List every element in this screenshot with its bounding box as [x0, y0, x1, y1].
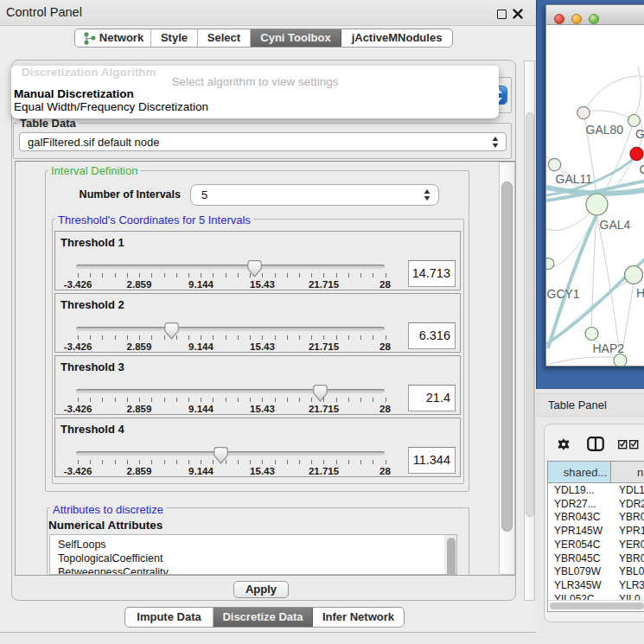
svg-text:GAL80: GAL80: [586, 123, 624, 137]
svg-text:C: C: [640, 163, 644, 176]
svg-text:GAL4: GAL4: [600, 218, 631, 232]
svg-text:H: H: [636, 286, 644, 300]
svg-text:GCY1: GCY1: [547, 287, 580, 301]
svg-text:GAL11: GAL11: [556, 172, 593, 186]
svg-text:GA: GA: [635, 127, 644, 141]
svg-text:HAP2: HAP2: [593, 341, 625, 355]
